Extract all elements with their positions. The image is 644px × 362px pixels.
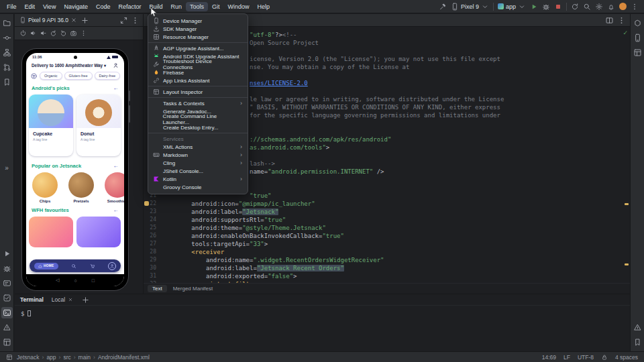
stop-icon[interactable] xyxy=(554,3,562,11)
menu-code[interactable]: Code xyxy=(92,2,115,11)
tools-menu-item-agp-upgrade-assistant[interactable]: AGP Upgrade Assistant... xyxy=(148,44,248,52)
search-icon[interactable] xyxy=(71,263,76,269)
sync-icon[interactable] xyxy=(571,3,579,11)
bug-icon[interactable] xyxy=(542,3,550,11)
menu-tools[interactable]: Tools xyxy=(186,2,208,11)
menu-navigate[interactable]: Navigate xyxy=(60,2,92,11)
filter-chip-dairy-free[interactable]: Dairy-free xyxy=(95,72,121,80)
dots-icon[interactable] xyxy=(80,29,87,37)
layout-icon[interactable] xyxy=(632,47,643,58)
rotl-icon[interactable] xyxy=(50,29,57,37)
voldown-icon[interactable] xyxy=(40,29,47,37)
tools-menu-item-app-links-assistant[interactable]: App Links Assistant xyxy=(148,76,248,84)
delivery-bar[interactable]: Delivery to 1600 Amphitheater Way ▾ xyxy=(26,59,124,70)
play-icon[interactable] xyxy=(1,248,13,259)
readonly-lock-icon[interactable] xyxy=(601,354,608,361)
menu-help[interactable]: Help xyxy=(254,2,274,11)
pr-icon[interactable] xyxy=(1,62,13,73)
device-selector[interactable]: Pixel 9 xyxy=(451,3,489,11)
indent-setting[interactable]: 4 spaces xyxy=(615,354,638,361)
terminal-icon[interactable] xyxy=(1,307,13,318)
tools-menu-item-layout-inspector[interactable]: Layout Inspector xyxy=(148,88,248,96)
tools-menu-item-kotlin[interactable]: Kotlin› xyxy=(148,175,248,183)
profile-icon[interactable] xyxy=(108,262,116,270)
menu-run[interactable]: Run xyxy=(166,2,186,11)
line-ending[interactable]: LF xyxy=(564,354,570,361)
snack-card-cupcake[interactable]: CupcakeA tag line xyxy=(29,95,73,156)
dots-icon[interactable] xyxy=(131,16,140,25)
new-terminal-icon[interactable] xyxy=(81,296,90,304)
tools-menu-item-resource-manager[interactable]: Resource Manager xyxy=(148,33,248,41)
close-icon[interactable] xyxy=(68,297,73,302)
structure-icon[interactable] xyxy=(1,47,13,58)
add-device-icon[interactable] xyxy=(80,16,89,25)
section-arrow-icon[interactable]: ← xyxy=(113,84,119,91)
terminal-title[interactable]: Terminal xyxy=(20,296,44,303)
breadcrumb-item-app[interactable]: app xyxy=(46,354,56,361)
tools-menu-item-device-manager[interactable]: Device Manager xyxy=(148,17,248,25)
menu-view[interactable]: View xyxy=(39,2,60,11)
todo-icon[interactable] xyxy=(1,292,13,304)
gradle-icon[interactable] xyxy=(632,17,643,29)
filter-chip-organic[interactable]: Organic xyxy=(40,72,62,80)
pixel-9-device-frame[interactable]: 11:36 Delivery to 1600 Amphitheater Way … xyxy=(21,48,129,291)
editor-bottom-tab-text[interactable]: Text xyxy=(148,285,167,292)
rotr-icon[interactable] xyxy=(60,29,67,37)
chev2-icon[interactable]: » xyxy=(1,162,13,174)
run-config-selector[interactable]: app xyxy=(498,3,526,11)
tools-menu-item-troubleshoot-device-connections[interactable]: Troubleshoot Device Connections xyxy=(148,60,248,68)
file-encoding[interactable]: UTF-8 xyxy=(578,354,594,361)
play-icon[interactable] xyxy=(530,3,538,11)
tools-menu-item-tasks-contexts[interactable]: Tasks & Contexts› xyxy=(148,99,248,107)
breadcrumb-item-jetsnack[interactable]: Jetsnack xyxy=(17,354,40,361)
nav-back-icon[interactable]: ◁ xyxy=(56,278,59,283)
nav-recents-icon[interactable]: □ xyxy=(92,278,95,283)
bookmark-icon[interactable] xyxy=(632,337,643,348)
section-arrow-icon[interactable]: ← xyxy=(113,206,119,213)
filter-chip-gluten-free[interactable]: Gluten-free xyxy=(64,72,93,80)
snack-item-chips[interactable]: Chips xyxy=(30,172,60,203)
tools-menu-item-markdown[interactable]: Markdown› xyxy=(148,151,248,159)
warning-stripe-mark[interactable] xyxy=(625,203,629,205)
gear-icon[interactable] xyxy=(595,3,603,11)
maximize-icon[interactable] xyxy=(119,16,128,25)
menu-edit[interactable]: Edit xyxy=(21,2,40,11)
snack-card-donut[interactable]: DonutA tag line xyxy=(76,95,121,156)
menu-git[interactable]: Git xyxy=(208,2,224,11)
avatar-icon[interactable] xyxy=(619,3,627,10)
account-icon[interactable] xyxy=(113,62,119,68)
tools-menu-item-sdk-manager[interactable]: SDK Manager xyxy=(148,25,248,33)
camera-icon[interactable] xyxy=(70,29,77,37)
tools-menu-item-cling[interactable]: Cling› xyxy=(148,159,248,167)
dots-icon[interactable] xyxy=(617,16,626,25)
terminal-tab-local[interactable]: Local xyxy=(52,296,73,303)
close-icon[interactable] xyxy=(70,17,77,23)
editor-bottom-tab-merged-manifest[interactable]: Merged Manifest xyxy=(168,285,218,292)
device-tab[interactable]: Pixel 9 API 36.0 xyxy=(18,17,78,23)
device-screen[interactable]: 11:36 Delivery to 1600 Amphitheater Way … xyxy=(26,53,124,286)
split-icon[interactable] xyxy=(605,16,614,25)
tools-menu-item-groovy-console[interactable]: Groovy Console xyxy=(148,183,248,191)
layout-icon[interactable] xyxy=(1,337,13,348)
breadcrumb-item-src[interactable]: src xyxy=(63,354,70,361)
breadcrumb-item-main[interactable]: main xyxy=(78,354,91,361)
filter-icon[interactable] xyxy=(30,72,38,80)
dots-icon[interactable] xyxy=(631,3,639,11)
phone-icon[interactable] xyxy=(632,32,643,44)
breadcrumb-item-androidmanifest-xml[interactable]: AndroidManifest.xml xyxy=(98,354,150,361)
tools-menu-item-create-command-line-launcher[interactable]: Create Command Line Launcher... xyxy=(148,115,248,123)
menu-file[interactable]: File xyxy=(3,2,21,11)
tools-menu-item-jshell-console[interactable]: JShell Console... xyxy=(148,167,248,175)
power-icon[interactable] xyxy=(19,29,27,37)
bug-icon[interactable] xyxy=(1,263,13,274)
caret-position[interactable]: 14:69 xyxy=(542,354,556,361)
tool-window-layout-icon[interactable] xyxy=(6,354,13,361)
wfh-card[interactable] xyxy=(29,217,73,247)
nav-home-button[interactable]: HOME xyxy=(34,263,58,269)
bookmark-icon[interactable] xyxy=(1,76,13,88)
menu-refactor[interactable]: Refactor xyxy=(114,2,145,11)
terminal-content[interactable]: $ xyxy=(15,306,630,322)
cart-icon[interactable] xyxy=(90,263,95,269)
logcat-icon[interactable] xyxy=(1,278,13,289)
search-icon[interactable] xyxy=(583,3,591,11)
